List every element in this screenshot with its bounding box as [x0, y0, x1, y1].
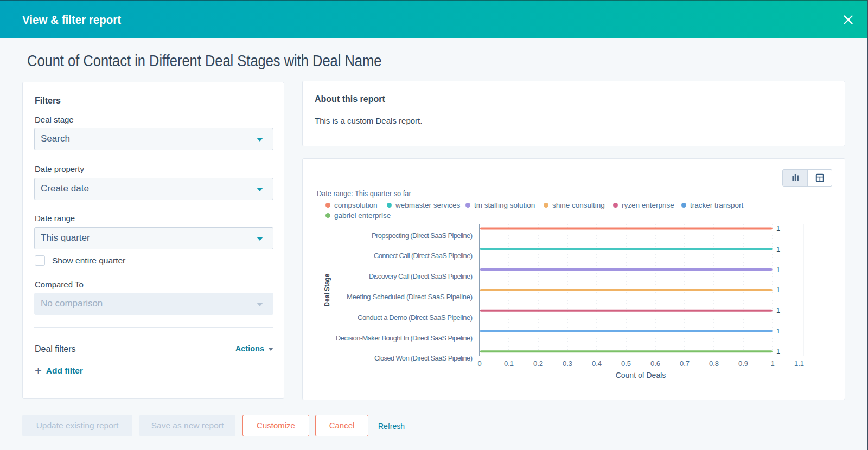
svg-text:1.1: 1.1 — [794, 359, 804, 368]
svg-text:0.1: 0.1 — [504, 359, 514, 368]
svg-text:0.7: 0.7 — [680, 359, 690, 368]
svg-text:0: 0 — [477, 359, 481, 368]
svg-text:Meeting Scheduled (Direct SaaS: Meeting Scheduled (Direct SaaS Pipeline) — [347, 293, 473, 301]
svg-text:0.5: 0.5 — [621, 359, 631, 368]
svg-text:Connect Call (Direct SaaS Pipe: Connect Call (Direct SaaS Pipeline) — [374, 252, 473, 260]
svg-text:Count of Deals: Count of Deals — [616, 371, 666, 380]
svg-text:1: 1 — [776, 286, 780, 294]
svg-text:0.3: 0.3 — [563, 359, 572, 368]
svg-text:1: 1 — [776, 348, 780, 356]
svg-text:0.9: 0.9 — [738, 359, 748, 368]
svg-text:1: 1 — [776, 266, 780, 274]
svg-text:Deal Stage: Deal Stage — [323, 274, 331, 307]
svg-text:0.4: 0.4 — [592, 359, 602, 368]
svg-text:Closed Won (Direct SaaS Pipeli: Closed Won (Direct SaaS Pipeline) — [374, 354, 473, 362]
svg-text:Discovery Call (Direct SaaS Pi: Discovery Call (Direct SaaS Pipeline) — [369, 272, 473, 280]
svg-text:1: 1 — [776, 245, 780, 253]
svg-text:0.8: 0.8 — [709, 359, 719, 368]
svg-text:Propspecting (Direct SaaS Pipe: Propspecting (Direct SaaS Pipeline) — [372, 232, 473, 240]
svg-text:Decision-Maker Bought In (Dire: Decision-Maker Bought In (Direct SaaS Pi… — [336, 334, 473, 342]
svg-text:0.6: 0.6 — [650, 359, 660, 368]
svg-text:0.2: 0.2 — [533, 359, 543, 368]
svg-text:1: 1 — [776, 327, 780, 335]
svg-text:Conduct a Demo (Direct SaaS Pi: Conduct a Demo (Direct SaaS Pipeline) — [358, 313, 473, 322]
svg-text:1: 1 — [770, 359, 774, 368]
svg-text:1: 1 — [776, 224, 780, 233]
svg-text:1: 1 — [776, 306, 780, 314]
